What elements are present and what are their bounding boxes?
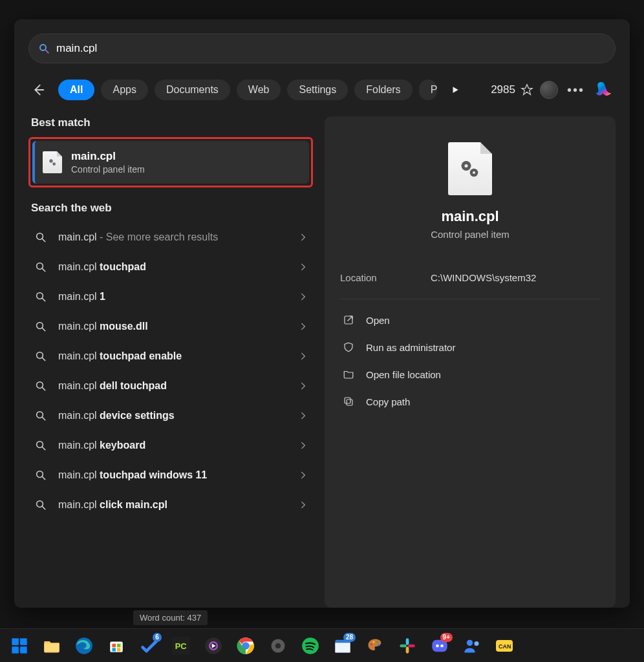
chevron-right-icon	[299, 411, 308, 420]
taskbar-slack[interactable]	[397, 635, 418, 656]
svg-rect-38	[110, 641, 123, 652]
svg-line-20	[42, 447, 45, 450]
svg-point-57	[378, 644, 380, 646]
svg-point-54	[370, 643, 372, 645]
web-result-text: main.cpl dell touchpad	[58, 380, 299, 392]
taskbar-calendar[interactable]: 28	[332, 635, 353, 656]
more-menu[interactable]: •••	[564, 83, 587, 98]
preview-title: main.cpl	[340, 208, 600, 225]
web-result-0[interactable]: main.cpl - See more search results	[28, 222, 313, 252]
play-icon[interactable]	[449, 83, 462, 96]
taskbar-todo[interactable]: 6	[138, 635, 159, 656]
search-icon	[34, 499, 48, 511]
search-box[interactable]	[28, 34, 616, 63]
rewards-icon	[521, 83, 533, 96]
best-match-text: main.cpl Control panel item	[71, 150, 145, 175]
svg-rect-34	[12, 646, 18, 654]
taskbar-paint[interactable]	[365, 635, 385, 656]
location-label: Location	[340, 272, 431, 283]
windows-search-panel: All Apps Documents Web Settings Folders …	[14, 19, 630, 608]
taskbar-settings[interactable]	[268, 635, 288, 656]
taskbar-media[interactable]	[203, 635, 224, 656]
tab-web[interactable]: Web	[237, 80, 281, 100]
svg-line-1	[45, 50, 48, 53]
taskbar: 6 PC 28 9+ CAN	[0, 628, 644, 662]
rewards-counter[interactable]: 2985	[491, 83, 533, 96]
action-copy-path-label: Copy path	[366, 396, 410, 407]
tab-all[interactable]: All	[58, 80, 94, 100]
user-avatar[interactable]	[540, 81, 558, 99]
web-result-9[interactable]: main.cpl click main.cpl	[28, 490, 313, 520]
svg-rect-31	[345, 398, 350, 403]
web-result-text: main.cpl 1	[58, 291, 299, 303]
svg-rect-58	[406, 638, 409, 645]
search-input[interactable]	[56, 42, 606, 55]
taskbar-pycharm[interactable]: PC	[171, 635, 191, 656]
svg-rect-61	[408, 644, 415, 647]
cpl-file-icon	[43, 151, 62, 173]
best-match-result[interactable]: main.cpl Control panel item	[32, 141, 309, 184]
chevron-right-icon	[299, 322, 308, 331]
svg-point-28	[473, 171, 475, 174]
web-result-6[interactable]: main.cpl device settings	[28, 401, 313, 431]
taskbar-chrome[interactable]	[235, 635, 256, 656]
start-button[interactable]	[9, 635, 30, 656]
svg-point-4	[52, 162, 56, 166]
svg-line-18	[42, 417, 45, 420]
search-icon	[34, 410, 48, 422]
web-result-8[interactable]: main.cpl touchpad windows 11	[28, 460, 313, 490]
svg-rect-33	[20, 638, 27, 645]
svg-rect-60	[406, 646, 409, 654]
web-result-5[interactable]: main.cpl dell touchpad	[28, 371, 313, 401]
cpl-file-icon-large	[448, 142, 492, 195]
copy-icon	[341, 396, 356, 407]
tab-settings[interactable]: Settings	[287, 80, 348, 100]
web-result-1[interactable]: main.cpl touchpad	[28, 252, 313, 282]
svg-rect-59	[400, 644, 407, 647]
chevron-right-icon	[299, 233, 308, 242]
taskbar-file-explorer[interactable]	[41, 635, 62, 656]
action-run-admin[interactable]: Run as administrator	[340, 334, 600, 360]
web-result-3[interactable]: main.cpl mouse.dll	[28, 312, 313, 341]
svg-point-50	[275, 643, 281, 648]
action-copy-path[interactable]: Copy path	[340, 389, 600, 414]
badge-calendar: 28	[343, 633, 356, 642]
chevron-right-icon	[299, 352, 308, 361]
tab-apps[interactable]: Apps	[101, 80, 147, 100]
search-icon	[34, 231, 48, 243]
svg-rect-41	[113, 648, 116, 651]
action-open[interactable]: Open	[340, 307, 600, 333]
badge-discord: 9+	[440, 633, 453, 642]
svg-point-63	[436, 644, 439, 647]
filter-tabs-row: All Apps Documents Web Settings Folders …	[28, 78, 616, 102]
taskbar-edge[interactable]	[74, 635, 94, 656]
back-arrow[interactable]	[28, 80, 48, 100]
folder-icon	[341, 368, 356, 380]
svg-rect-32	[12, 638, 18, 645]
search-icon	[34, 291, 48, 303]
svg-point-56	[376, 641, 378, 643]
action-open-location[interactable]: Open file location	[340, 361, 600, 387]
svg-line-12	[42, 328, 45, 331]
web-result-2[interactable]: main.cpl 1	[28, 282, 313, 312]
svg-rect-40	[117, 643, 120, 646]
taskbar-app-can[interactable]: CAN	[494, 635, 515, 656]
open-icon	[341, 314, 356, 326]
tab-documents[interactable]: Documents	[155, 80, 230, 100]
taskbar-discord[interactable]: 9+	[429, 635, 450, 656]
tab-more-partial[interactable]: P	[419, 80, 437, 100]
svg-text:PC: PC	[175, 641, 187, 650]
taskbar-spotify[interactable]	[300, 635, 321, 656]
best-match-label: Best match	[31, 116, 313, 129]
taskbar-store[interactable]	[106, 635, 127, 656]
action-open-label: Open	[366, 315, 390, 326]
web-result-text: main.cpl click main.cpl	[58, 499, 299, 511]
taskbar-people[interactable]	[462, 635, 482, 656]
search-icon	[34, 261, 48, 273]
tab-folders[interactable]: Folders	[354, 80, 412, 100]
chevron-right-icon	[299, 262, 308, 272]
chevron-right-icon	[299, 471, 308, 480]
web-result-7[interactable]: main.cpl keyboard	[28, 431, 313, 460]
copilot-icon[interactable]	[594, 79, 616, 101]
web-result-4[interactable]: main.cpl touchpad enable	[28, 341, 313, 371]
